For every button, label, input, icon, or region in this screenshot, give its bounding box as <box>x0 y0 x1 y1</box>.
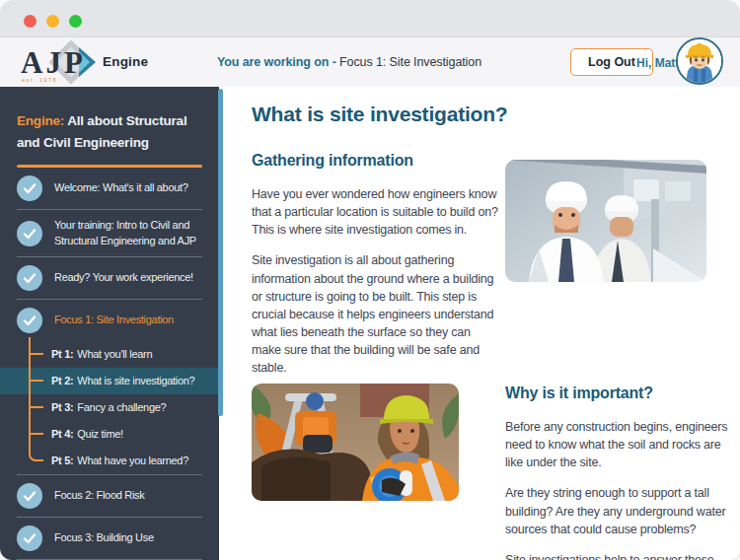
maximize-window-icon[interactable] <box>69 15 82 28</box>
sidebar-item-welcome[interactable]: Welcome: What's it all about? <box>0 168 219 209</box>
paragraph: Site investigation is all about gatherin… <box>252 251 502 377</box>
sidebar-item-label: Focus 1: Site Investigation <box>54 313 174 327</box>
focus-1-subnav: Pt 1: What you'll learn Pt 2: What is si… <box>0 341 219 474</box>
sidebar-subitem-pt5[interactable]: Pt 5: What have you learned? <box>0 448 219 474</box>
checkmark-icon <box>17 175 42 201</box>
sidebar-scrollbar[interactable] <box>218 89 223 416</box>
close-window-icon[interactable] <box>24 15 37 28</box>
course-sidebar: Engine: All about Structural and Civil E… <box>0 87 219 560</box>
engineers-in-hard-hats-photo <box>505 160 706 282</box>
sidebar-subitem-pt2-active[interactable]: Pt 2: What is site investigation? <box>0 368 219 394</box>
checkmark-icon <box>17 221 42 246</box>
app-header: AJP est. 1978 Engine You are working on … <box>0 37 740 87</box>
sidebar-item-label: Focus 3: Building Use <box>54 530 154 545</box>
site-worker-in-hi-vis-photo <box>252 384 459 501</box>
sidebar-item-label: Your training: Intro to Civil and Struct… <box>54 218 211 248</box>
section-heading: Gathering information <box>252 152 502 170</box>
app-window: AJP est. 1978 Engine You are working on … <box>0 0 740 560</box>
paragraph: Before any construction begins, engineer… <box>505 418 740 471</box>
sidebar-item-focus-1[interactable]: Focus 1: Site Investigation <box>0 300 219 341</box>
minimize-window-icon[interactable] <box>46 15 59 28</box>
paragraph: Have you ever wondered how engineers kno… <box>252 185 502 239</box>
working-on-status: You are working on - Focus 1: Site Inves… <box>217 55 481 69</box>
window-titlebar <box>0 0 740 37</box>
course-title: Engine: All about Structural and Civil E… <box>17 110 202 153</box>
subitem-prefix: Pt 4: <box>51 428 73 440</box>
subitem-label: What is site investigation? <box>77 375 194 386</box>
sidebar-item-focus-2[interactable]: Focus 2: Flood Risk <box>0 475 219 517</box>
section-heading: Why is it important? <box>505 385 740 402</box>
subitem-label: Quiz time! <box>77 428 123 440</box>
user-avatar[interactable] <box>676 37 723 85</box>
sidebar-item-label: Ready? Your work experience! <box>54 270 193 285</box>
subitem-prefix: Pt 1: <box>51 348 73 360</box>
checkmark-icon <box>17 525 42 551</box>
sidebar-item-ready[interactable]: Ready? Your work experience! <box>0 257 219 299</box>
page-title: What is site investigation? <box>252 103 507 126</box>
course-title-highlight: Engine: <box>17 113 64 128</box>
ajp-logo: AJP est. 1978 <box>20 40 101 90</box>
section-why-important: Why is it important? Before any construc… <box>505 385 740 560</box>
subitem-prefix: Pt 3: <box>51 401 73 413</box>
checkmark-icon <box>17 265 42 291</box>
sidebar-item-label: Focus 2: Flood Risk <box>54 488 145 503</box>
subitem-label: Fancy a challenge? <box>77 401 166 413</box>
logo-est-text: est. 1978 <box>22 77 57 83</box>
sidebar-item-label: Welcome: What's it all about? <box>54 180 188 195</box>
sidebar-subitem-pt4[interactable]: Pt 4: Quiz time! <box>0 421 219 448</box>
working-on-label: You are working on - <box>217 55 339 69</box>
checkmark-icon <box>17 483 42 509</box>
paragraph: Site investigations help to answer these… <box>505 551 740 560</box>
sidebar-subitem-pt3[interactable]: Pt 3: Fancy a challenge? <box>0 394 219 421</box>
logo-text: AJP <box>21 45 86 80</box>
subitem-prefix: Pt 5: <box>51 455 73 466</box>
section-gathering-information: Gathering information Have you ever wond… <box>252 152 502 389</box>
sidebar-subitem-pt1[interactable]: Pt 1: What you'll learn <box>0 341 219 368</box>
builder-avatar-icon <box>678 39 721 83</box>
sidebar-item-your-training[interactable]: Your training: Intro to Civil and Struct… <box>0 210 219 256</box>
checkmark-icon <box>17 308 42 333</box>
working-on-value: Focus 1: Site Investigation <box>339 55 481 69</box>
subitem-prefix: Pt 2: <box>51 375 73 386</box>
lesson-content: What is site investigation? Gathering in… <box>219 87 740 560</box>
paragraph: Are they string enough to support a tall… <box>505 484 740 537</box>
subitem-label: What have you learned? <box>77 455 188 466</box>
app-name: Engine <box>103 54 148 69</box>
subitem-label: What you'll learn <box>77 348 152 360</box>
sidebar-item-focus-3[interactable]: Focus 3: Building Use <box>0 518 219 559</box>
